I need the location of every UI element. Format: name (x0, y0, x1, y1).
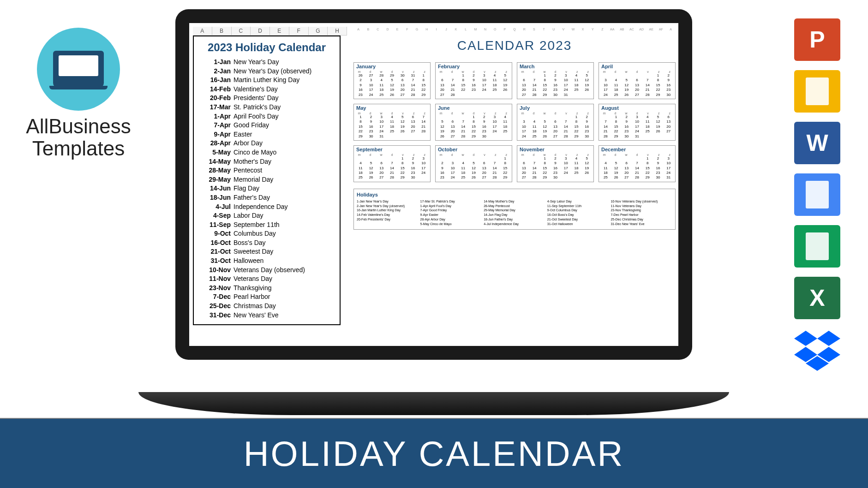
holiday-name: Columbus Day (233, 229, 335, 238)
holiday-name: Memorial Day (233, 175, 335, 184)
dropbox-icon[interactable] (794, 328, 840, 371)
calendar-week: 1234 (437, 115, 510, 119)
holiday-name: Flag Day (233, 184, 335, 193)
col-header: K (451, 28, 461, 31)
calendar-day: 9 (437, 166, 448, 171)
dow-label: d (387, 112, 398, 115)
dow-label: w (539, 112, 550, 115)
calendar-day: 15 (539, 166, 550, 171)
google-sheets-icon[interactable] (794, 225, 840, 268)
powerpoint-icon[interactable]: P (794, 18, 840, 61)
holiday-name: Christmas Day (233, 302, 335, 311)
col-header: E (270, 27, 289, 35)
calendar-day: 27 (408, 129, 419, 134)
calendar-day: 9 (581, 119, 592, 124)
calendar-day: 17 (632, 125, 642, 129)
calendar-day: 11 (458, 166, 468, 171)
calendar-week: 2627282930311 (355, 73, 429, 78)
calendar-week: 10111213141516 (600, 83, 674, 88)
holiday-name: Thanksgiving (233, 284, 335, 293)
calendar-day: 18 (600, 171, 611, 175)
calendar-week: 78910111213 (600, 119, 674, 124)
calendar-day: 24 (418, 171, 429, 175)
calendar-day (621, 156, 632, 161)
calendar-day: 25 (387, 129, 397, 134)
col-header: U (549, 28, 558, 31)
holiday-entry: 14-May Mother's Day (484, 199, 545, 204)
calendar-day: 4 (571, 73, 582, 78)
holiday-row: 7-DecPearl Harbor (198, 292, 335, 302)
calendar-day: 30 (581, 134, 592, 139)
calendar-day (355, 156, 366, 161)
calendar-day (571, 175, 582, 180)
calendar-day: 11 (376, 83, 387, 88)
dow-label: d (610, 112, 621, 115)
calendar-day: 24 (479, 88, 490, 92)
col-header: J (441, 28, 451, 31)
calendar-week: 27282930 (519, 175, 592, 180)
calendar-day: 4 (611, 78, 622, 83)
calendar-day: 20 (408, 125, 419, 129)
calendar-week: 6789101112 (437, 78, 510, 83)
calendar-day: 15 (611, 125, 622, 129)
calendar-day: 26 (500, 88, 510, 92)
col-header: Z (598, 28, 607, 31)
calendar-day: 6 (621, 161, 632, 166)
calendar-day: 27 (663, 129, 674, 134)
calendar-week: 45678910 (600, 161, 674, 166)
dow-label: v (397, 153, 408, 156)
dow-label: z (419, 70, 430, 73)
holiday-name: Pearl Harbor (233, 292, 335, 302)
dow-label: z (501, 153, 512, 156)
calendar-day: 1 (468, 115, 479, 119)
calendar-day: 29 (539, 93, 550, 97)
banner-text: HOLIDAY CALENDAR (244, 434, 625, 474)
calendar-day: 16 (437, 171, 448, 175)
calendar-day: 25 (500, 129, 510, 134)
calendar-day: 29 (539, 175, 550, 180)
calendar-day: 10 (490, 119, 500, 124)
calendar-week: 12 (519, 115, 592, 119)
calendar-week: 17181920212223 (600, 88, 674, 92)
holiday-date: 21-Oct (198, 247, 233, 256)
calendar-week: 23242526272829 (437, 175, 510, 180)
col-header: X (578, 28, 588, 31)
calendar-day: 18 (642, 125, 653, 129)
month-block: Novembermdwdvzz1234567891011121314151617… (517, 145, 594, 182)
calendar-day: 30 (653, 175, 664, 180)
holiday-row: 16-OctBoss's Day (198, 238, 335, 248)
calendar-week: 1234567 (355, 115, 429, 119)
dow-label: v (397, 70, 408, 73)
holiday-date: 16-Jan (198, 76, 233, 85)
calendar-day: 22 (468, 129, 479, 134)
calendar-day: 25 (611, 93, 622, 97)
calendar-day: 31 (561, 93, 571, 97)
calendar-week: 6789101112 (519, 161, 592, 166)
calendar-day: 30 (550, 93, 561, 97)
calendar-day: 6 (397, 78, 408, 83)
google-docs-icon[interactable] (794, 173, 840, 216)
dow-label: z (490, 153, 501, 156)
holiday-name: St. Patrick's Day (233, 103, 335, 112)
calendar-day: 22 (458, 88, 468, 92)
calendar-day: 1 (355, 115, 366, 119)
calendar-day: 14 (632, 166, 642, 171)
dow-label: d (387, 70, 398, 73)
excel-icon[interactable]: X (794, 277, 840, 319)
column-headers-left: ABCDEFGH (193, 27, 347, 36)
word-icon[interactable]: W (794, 122, 840, 164)
holiday-row: 20-FebPresidents' Day (198, 94, 335, 103)
col-header: AE (647, 28, 656, 31)
calendar-day: 28 (387, 175, 397, 180)
google-slides-icon[interactable] (794, 70, 840, 113)
calendar-day: 16 (408, 166, 419, 171)
holiday-date: 9-Apr (198, 130, 233, 139)
dow-label: m (517, 70, 528, 73)
calendar-week: 12131415161718 (437, 125, 510, 129)
calendar-day: 30 (550, 175, 561, 180)
col-header: A (193, 27, 212, 35)
holiday-date: 1-Apr (198, 112, 233, 121)
calendar-day: 9 (621, 119, 632, 124)
dow-label: m (599, 153, 610, 156)
holiday-name: Presidents' Day (233, 94, 335, 103)
